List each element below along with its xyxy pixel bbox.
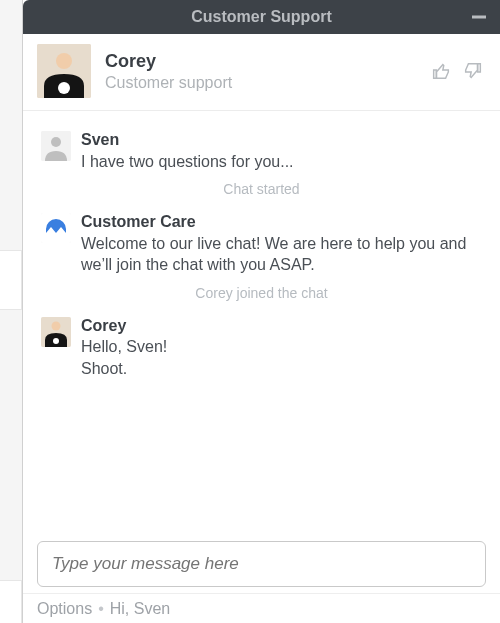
person-photo-icon [41, 317, 71, 347]
agent-avatar-small [41, 317, 71, 347]
agent-role: Customer support [105, 74, 430, 92]
agent-name: Corey [105, 51, 430, 72]
footer-greeting: Hi, Sven [110, 600, 170, 618]
message-text-line: Hello, Sven! [81, 336, 482, 358]
svg-point-8 [53, 338, 59, 344]
options-link[interactable]: Options [37, 600, 92, 618]
agent-header: Corey Customer support [23, 34, 500, 111]
mountain-logo-icon [41, 213, 71, 243]
bot-avatar [41, 213, 71, 243]
system-message: Chat started [41, 180, 482, 199]
thumbs-up-icon[interactable] [430, 60, 452, 82]
message-sender: Corey [81, 315, 482, 337]
svg-point-7 [52, 321, 61, 330]
background-page-sliver [0, 580, 22, 623]
svg-point-1 [56, 53, 72, 69]
user-avatar [41, 131, 71, 161]
message: Sven I have two questions for you... [41, 129, 482, 172]
background-page-sliver [0, 250, 22, 310]
chat-body: Sven I have two questions for you... Cha… [23, 111, 500, 541]
message-text: Welcome to our live chat! We are here to… [81, 233, 482, 276]
message-input[interactable] [37, 541, 486, 587]
message: Corey Hello, Sven! Shoot. [41, 315, 482, 380]
message-text-line: Shoot. [81, 358, 482, 380]
footer-bar: Options • Hi, Sven [23, 593, 500, 623]
system-message: Corey joined the chat [41, 284, 482, 303]
titlebar: Customer Support [23, 0, 500, 34]
composer-area [23, 541, 500, 593]
title-text: Customer Support [191, 8, 331, 26]
feedback-buttons [430, 60, 484, 82]
chat-widget: Customer Support Corey Customer support [22, 0, 500, 623]
separator-dot: • [98, 600, 104, 618]
user-silhouette-icon [41, 131, 71, 161]
agent-info: Corey Customer support [105, 51, 430, 92]
svg-point-2 [58, 82, 70, 94]
thumbs-down-icon[interactable] [462, 60, 484, 82]
minimize-icon[interactable] [472, 16, 486, 19]
message-sender: Customer Care [81, 211, 482, 233]
agent-avatar [37, 44, 91, 98]
svg-point-4 [51, 137, 61, 147]
message-content: Customer Care Welcome to our live chat! … [81, 211, 482, 276]
message: Customer Care Welcome to our live chat! … [41, 211, 482, 276]
message-sender: Sven [81, 129, 482, 151]
message-content: Sven I have two questions for you... [81, 129, 482, 172]
person-photo-icon [37, 44, 91, 98]
message-text: I have two questions for you... [81, 151, 482, 173]
message-content: Corey Hello, Sven! Shoot. [81, 315, 482, 380]
